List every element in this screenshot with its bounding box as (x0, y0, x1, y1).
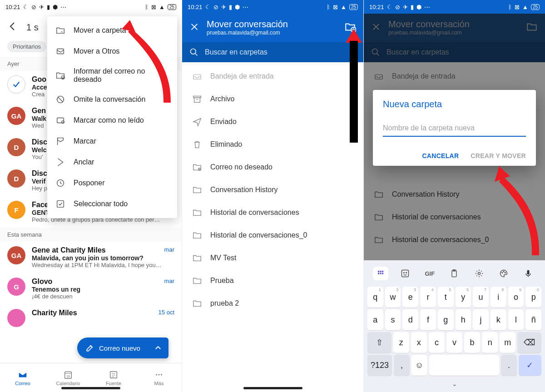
key-s[interactable]: s (385, 309, 401, 330)
key-ñ[interactable]: ñ (525, 309, 541, 330)
key-backspace[interactable]: ⌫ (517, 332, 541, 353)
soft-keyboard[interactable]: GIF q1w2e3r4t5y6u7i8o9p0 asdfghjklñ ⇧zxc… (364, 260, 545, 392)
key-l[interactable]: l (508, 309, 524, 330)
nav-más[interactable]: Más (136, 363, 182, 392)
key-period[interactable]: . (501, 355, 517, 376)
folder-item[interactable]: Prueba (182, 269, 363, 292)
svg-point-32 (406, 273, 407, 273)
key-u[interactable]: u7 (473, 287, 489, 308)
nav-handle[interactable] (243, 387, 302, 389)
folder-item[interactable]: Archivo (182, 88, 363, 110)
status-bar: 10:21 ☾ ⊘ ✈ ▮ ⬢ ⋯ ᛒ ⊠ ▲ 25 (0, 0, 182, 14)
key-k[interactable]: k (490, 309, 506, 330)
key-g[interactable]: g (438, 309, 454, 330)
menu-item[interactable]: Marcar como no leído (47, 110, 177, 131)
folder-item: Bandeja de entrada (182, 65, 363, 88)
key-z[interactable]: z (393, 332, 409, 353)
menu-item[interactable]: Seleccionar todo (47, 194, 177, 214)
svg-point-14 (191, 49, 196, 55)
kbd-clipboard-icon[interactable] (446, 267, 462, 280)
search-bar[interactable] (182, 42, 363, 62)
folder-item[interactable]: Historial de conversaciones_0 (182, 224, 363, 247)
key-j[interactable]: j (473, 309, 489, 330)
mail-subject: Tenemos un reg (32, 286, 174, 293)
key-w[interactable]: w2 (385, 287, 401, 308)
folder-item[interactable]: Historial de conversaciones (182, 201, 363, 224)
avatar[interactable]: D (7, 138, 25, 156)
key-f[interactable]: f (420, 309, 436, 330)
create-and-move-button[interactable]: CREAR Y MOVER (471, 152, 526, 159)
close-icon[interactable] (189, 22, 199, 34)
selected-check-icon[interactable] (7, 75, 25, 94)
svg-text:19: 19 (66, 374, 70, 378)
cancel-button[interactable]: CANCELAR (422, 152, 459, 159)
kbd-grid-icon[interactable] (373, 267, 388, 280)
svg-point-29 (382, 273, 384, 274)
folder-item[interactable]: Eliminado (182, 133, 363, 156)
mail-row[interactable]: Charity Miles15 oct (0, 304, 182, 332)
key-r[interactable]: r4 (420, 287, 436, 308)
menu-item[interactable]: Marcar (47, 131, 177, 152)
key-symbols[interactable]: ?123 (367, 355, 392, 376)
menu-item[interactable]: Anclar (47, 152, 177, 173)
avatar[interactable]: GA (7, 107, 25, 125)
svg-rect-30 (402, 270, 409, 277)
key-m[interactable]: m (500, 332, 515, 353)
nav-correo[interactable]: Correo (0, 363, 45, 392)
kbd-gear-icon[interactable] (471, 267, 487, 280)
key-v[interactable]: v (446, 332, 462, 353)
key-c[interactable]: c (429, 332, 445, 353)
key-enter[interactable]: ✓ (519, 355, 541, 376)
battery-icon: 25 (168, 4, 176, 10)
key-space[interactable] (429, 355, 499, 376)
menu-item-label: Mover a Otros (74, 47, 119, 55)
mail-row[interactable]: GA Gene at Charity Milesmar Malavida, ca… (0, 242, 182, 273)
avatar[interactable] (7, 309, 25, 327)
folder-item[interactable]: MV Test (182, 247, 363, 269)
kbd-sticker-icon[interactable] (397, 267, 413, 280)
svg-point-24 (378, 271, 380, 273)
key-y[interactable]: y6 (456, 287, 471, 308)
avatar[interactable]: F (7, 201, 25, 219)
key-t[interactable]: t5 (438, 287, 454, 308)
key-d[interactable]: d (402, 309, 418, 330)
kbd-gif-icon[interactable]: GIF (422, 267, 437, 280)
key-o[interactable]: o9 (508, 287, 524, 308)
key-e[interactable]: e3 (402, 287, 418, 308)
kbd-mic-icon[interactable] (520, 267, 536, 280)
menu-item[interactable]: Posponer (47, 173, 177, 194)
key-a[interactable]: a (367, 309, 383, 330)
key-shift[interactable]: ⇧ (367, 332, 391, 353)
kbd-palette-icon[interactable] (496, 267, 511, 280)
key-i[interactable]: i8 (490, 287, 506, 308)
menu-item-label: Marcar como no leído (74, 116, 144, 124)
back-icon[interactable] (7, 21, 18, 34)
keyboard-collapse-icon[interactable]: ⌄ (367, 377, 542, 387)
key-q[interactable]: q1 (367, 287, 383, 308)
filter-chip[interactable]: Prioritarios (7, 41, 46, 52)
avatar[interactable]: D (7, 169, 25, 188)
mail-date: mar (164, 278, 174, 286)
key-p[interactable]: p0 (525, 287, 541, 308)
key-n[interactable]: n (482, 332, 498, 353)
section-thisweek: Esta semana (0, 228, 182, 242)
key-h[interactable]: h (456, 309, 471, 330)
svg-point-38 (505, 273, 505, 273)
key-comma[interactable]: , (394, 355, 410, 376)
avatar[interactable]: GA (7, 246, 25, 264)
mail-subject: Malavida, can you join us tomorrow? (32, 254, 174, 262)
search-input[interactable] (205, 48, 356, 56)
folder-item[interactable]: Correo no deseado (182, 156, 363, 179)
folder-item[interactable]: Enviado (182, 110, 363, 133)
compose-expand-icon[interactable] (148, 337, 168, 358)
compose-fab[interactable]: Correo nuevo (77, 337, 168, 358)
folder-item[interactable]: prueba 2 (182, 292, 363, 315)
mail-row[interactable]: G Glovomar Tenemos un reg ¡4€ de descuen (0, 273, 182, 304)
folder-name-input[interactable] (383, 121, 526, 137)
nav-handle[interactable] (61, 387, 120, 389)
avatar[interactable]: G (7, 278, 25, 296)
folder-item[interactable]: Conversation History (182, 179, 363, 201)
key-b[interactable]: b (464, 332, 480, 353)
key-x[interactable]: x (411, 332, 427, 353)
key-emoji[interactable]: ☺ (411, 355, 427, 376)
